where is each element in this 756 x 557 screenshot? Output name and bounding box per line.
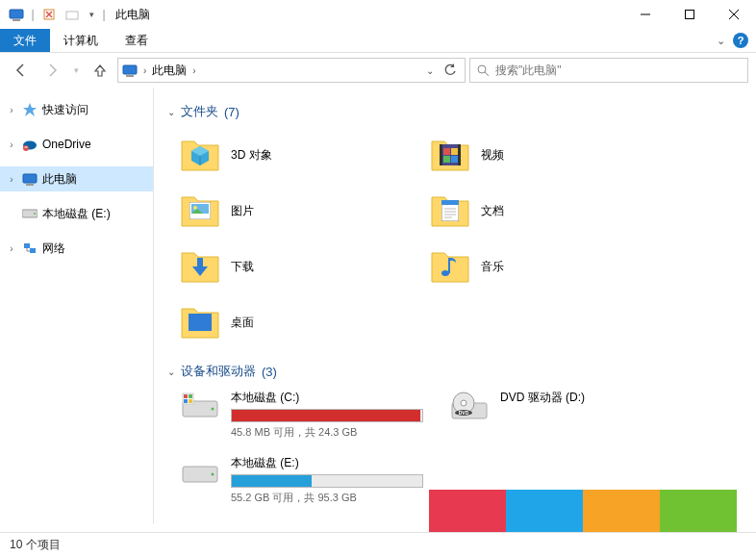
refresh-icon[interactable] [443, 63, 457, 77]
system-icon[interactable] [6, 4, 27, 25]
address-bar[interactable]: › 此电脑 › ⌄ [117, 58, 466, 83]
expand-icon[interactable]: › [6, 174, 17, 185]
tab-computer[interactable]: 计算机 [50, 29, 112, 52]
folder-desktop[interactable]: 桌面 [179, 297, 429, 347]
this-pc-icon [122, 63, 138, 78]
svg-rect-41 [184, 394, 188, 398]
film-icon [439, 143, 462, 166]
desktop-icon [189, 311, 212, 334]
breadcrumb[interactable]: 此电脑 [152, 63, 187, 79]
svg-rect-24 [440, 144, 442, 165]
back-button[interactable] [8, 57, 35, 84]
search-box[interactable]: 搜索"此电脑" [469, 58, 748, 83]
svg-rect-22 [443, 156, 450, 163]
svg-rect-7 [126, 75, 134, 77]
folder-downloads[interactable]: 下载 [179, 241, 429, 291]
svg-rect-5 [686, 11, 694, 19]
navigation-pane: › 快速访问 › OneDrive › 此电脑 › 本地磁盘 (E:) › 网络 [0, 88, 154, 524]
minimize-button[interactable] [623, 0, 668, 29]
content-pane: ⌄ 文件夹 (7) 3D 对象 视频 图片 文档 下载 [154, 88, 756, 524]
svg-rect-21 [451, 148, 458, 155]
qat-divider: | [100, 4, 108, 25]
collapse-icon[interactable]: ⌄ [167, 367, 175, 377]
recent-dropdown[interactable]: ▾ [69, 57, 83, 84]
tree-quick-access[interactable]: › 快速访问 [0, 97, 153, 122]
svg-point-8 [478, 65, 486, 73]
dvd-drive-icon: DVD [448, 390, 491, 424]
svg-rect-13 [23, 174, 37, 183]
expand-icon[interactable]: › [6, 139, 17, 150]
navigation-bar: ▾ › 此电脑 › ⌄ 搜索"此电脑" [0, 53, 756, 88]
qat-dropdown[interactable]: ▾ [85, 4, 98, 25]
drive-usage-bar [231, 474, 423, 488]
svg-rect-36 [448, 258, 450, 273]
expand-icon[interactable]: › [6, 243, 17, 254]
svg-point-35 [441, 270, 449, 276]
svg-text:DVD: DVD [459, 410, 469, 416]
tree-this-pc[interactable]: › 此电脑 [0, 166, 153, 191]
drive-e[interactable]: 本地磁盘 (E:) 55.2 GB 可用，共 95.3 GB [179, 455, 448, 505]
download-arrow-icon [189, 255, 212, 278]
this-pc-icon [21, 170, 38, 188]
svg-rect-20 [443, 148, 450, 155]
titlebar: | ▾ | 此电脑 [0, 0, 756, 29]
svg-point-28 [193, 206, 197, 210]
folder-pictures[interactable]: 图片 [179, 186, 429, 236]
tree-local-disk-e[interactable]: › 本地磁盘 (E:) [0, 201, 153, 226]
svg-rect-14 [26, 184, 34, 186]
drive-c[interactable]: 本地磁盘 (C:) 45.8 MB 可用，共 24.3 GB [179, 390, 448, 440]
svg-rect-37 [189, 314, 212, 331]
svg-rect-30 [441, 200, 459, 205]
svg-rect-23 [451, 156, 458, 163]
ribbon-expand-icon[interactable]: ⌄ [717, 35, 725, 47]
tab-view[interactable]: 查看 [112, 29, 162, 52]
svg-rect-43 [184, 399, 188, 403]
svg-line-9 [485, 72, 489, 76]
svg-rect-12 [25, 147, 28, 148]
document-icon [439, 199, 462, 222]
svg-point-39 [212, 408, 214, 411]
onedrive-icon [21, 136, 38, 153]
picture-icon [189, 199, 212, 222]
svg-rect-3 [66, 12, 78, 19]
item-count: 10 个项目 [10, 537, 61, 553]
svg-rect-6 [123, 65, 137, 74]
close-button[interactable] [712, 0, 756, 29]
tab-file[interactable]: 文件 [0, 29, 50, 52]
svg-rect-44 [189, 399, 192, 403]
drive-icon [21, 205, 38, 222]
star-icon [21, 101, 38, 118]
svg-point-16 [34, 213, 36, 215]
group-header-folders[interactable]: ⌄ 文件夹 (7) [167, 103, 743, 120]
qat-new-folder[interactable] [62, 4, 83, 25]
folder-music[interactable]: 音乐 [429, 241, 679, 291]
svg-point-47 [461, 400, 466, 406]
decorative-strip [429, 490, 737, 532]
network-icon [21, 240, 38, 257]
maximize-button[interactable] [668, 0, 712, 29]
breadcrumb-chevron[interactable]: › [192, 65, 195, 76]
group-header-devices[interactable]: ⌄ 设备和驱动器 (3) [167, 363, 743, 380]
folder-videos[interactable]: 视频 [429, 130, 679, 180]
qat-divider: | [29, 4, 37, 25]
window-title: 此电脑 [115, 7, 150, 23]
breadcrumb-chevron[interactable]: › [143, 65, 146, 76]
folder-3d-objects[interactable]: 3D 对象 [179, 130, 429, 180]
address-dropdown-icon[interactable]: ⌄ [426, 65, 434, 76]
up-button[interactable] [87, 57, 113, 84]
collapse-icon[interactable]: ⌄ [167, 107, 175, 117]
help-button[interactable]: ? [733, 33, 748, 48]
tree-network[interactable]: › 网络 [0, 236, 153, 261]
music-note-icon [439, 255, 462, 278]
svg-rect-42 [189, 394, 192, 398]
forward-button[interactable] [38, 57, 65, 84]
drive-dvd[interactable]: DVD DVD 驱动器 (D:) [448, 390, 718, 440]
tree-onedrive[interactable]: › OneDrive [0, 132, 153, 157]
svg-rect-18 [30, 248, 36, 253]
folder-documents[interactable]: 文档 [429, 186, 679, 236]
expand-icon[interactable]: › [6, 105, 17, 115]
status-bar: 10 个项目 [0, 532, 756, 557]
qat-properties[interactable] [38, 4, 60, 25]
search-placeholder: 搜索"此电脑" [495, 63, 562, 79]
svg-point-11 [23, 145, 29, 151]
